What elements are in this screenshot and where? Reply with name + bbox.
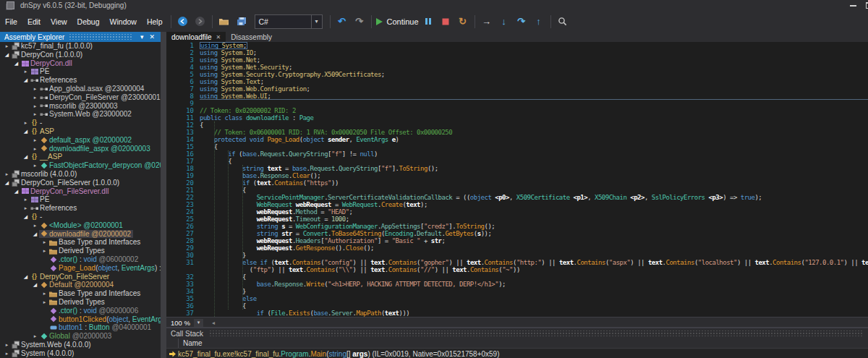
collapse-icon[interactable]: ◢ bbox=[12, 187, 20, 196]
code-line[interactable]: 35 else bbox=[175, 295, 868, 302]
panel-menu-icon[interactable]: ▾ bbox=[137, 32, 147, 42]
tree-item[interactable]: ▸System (4.0.0.0) bbox=[0, 349, 161, 358]
tree-item[interactable]: ▸{}- bbox=[0, 119, 161, 127]
collapse-icon[interactable]: ◢ bbox=[12, 59, 20, 68]
expand-icon[interactable]: ▸ bbox=[31, 136, 39, 145]
tree-item[interactable]: .ctor() : void @06000002 bbox=[0, 255, 161, 264]
expand-icon[interactable]: ▸ bbox=[3, 341, 11, 349]
tree-item[interactable]: ▸<Module> @02000001 bbox=[0, 221, 161, 230]
code-line[interactable]: 30 } bbox=[175, 252, 868, 259]
tree-item[interactable]: ▸downloadfile_aspx @02000003 bbox=[0, 145, 161, 153]
tree-item[interactable]: ▸mscorlib @23000003 bbox=[0, 102, 161, 111]
menu-view[interactable]: View bbox=[46, 11, 72, 32]
expand-icon[interactable]: ▸ bbox=[3, 349, 11, 358]
restart-button[interactable]: ↻ bbox=[455, 14, 471, 30]
code-line[interactable]: 6using System.Text; bbox=[175, 78, 868, 85]
expand-icon[interactable]: ▸ bbox=[31, 145, 39, 153]
code-line[interactable]: 17 { bbox=[175, 158, 868, 165]
expand-icon[interactable]: ▸ bbox=[31, 102, 39, 111]
code-line[interactable]: 16 if (base.Request.QueryString["f"] != … bbox=[175, 150, 868, 158]
expand-icon[interactable]: ▸ bbox=[22, 67, 30, 76]
expand-icon[interactable]: ▸ bbox=[22, 119, 30, 127]
expand-icon[interactable]: ▸ bbox=[3, 42, 11, 51]
expand-icon[interactable]: ▸ bbox=[41, 247, 48, 255]
navigate-forward-button[interactable] bbox=[192, 14, 208, 30]
code-line[interactable]: 37 if (File.Exists(base.Server.MapPath(t… bbox=[175, 310, 868, 317]
menu-help[interactable]: Help bbox=[142, 11, 168, 32]
code-line[interactable]: 33 base.Response.Write("<h1>HERP, HACKIN… bbox=[175, 281, 868, 288]
expand-icon[interactable]: ▸ bbox=[22, 195, 30, 204]
search-button[interactable] bbox=[555, 14, 571, 30]
code-line[interactable]: 3using System.Net; bbox=[175, 56, 868, 64]
expand-icon[interactable]: ▸ bbox=[3, 170, 11, 179]
code-line[interactable]: 20 if (text.Contains("https")) bbox=[175, 179, 868, 187]
code-line[interactable]: 18 string text = base.Request.QueryStrin… bbox=[175, 165, 868, 172]
step-out-button[interactable]: ↑ bbox=[531, 14, 547, 30]
undo-button[interactable]: ↶ bbox=[334, 14, 350, 30]
code-line[interactable]: 22 ServicePointManager.ServerCertificate… bbox=[175, 194, 868, 201]
code-line[interactable]: 10// Token: 0x02000002 RID: 2 bbox=[175, 107, 868, 114]
expand-icon[interactable]: ▸ bbox=[31, 161, 39, 170]
save-all-button[interactable] bbox=[234, 14, 250, 30]
tree-item[interactable]: ▸default_aspx @02000002 bbox=[0, 136, 161, 145]
tree-item[interactable]: ▸Base Type and Interfaces bbox=[0, 289, 161, 298]
code-line[interactable]: 2using System.IO; bbox=[175, 49, 868, 56]
code-line[interactable]: 12{ bbox=[175, 122, 868, 129]
horizontal-scrollbar[interactable]: ◂ bbox=[209, 317, 868, 328]
tab-downloadfile[interactable]: downloadfile✕ bbox=[166, 32, 226, 42]
code-line[interactable]: 9 bbox=[175, 100, 868, 107]
collapse-icon[interactable]: ◢ bbox=[22, 153, 30, 161]
open-button[interactable] bbox=[216, 14, 232, 30]
tree-item[interactable]: ▸Derived Types bbox=[0, 298, 161, 307]
tree-item[interactable]: ▸PE bbox=[0, 195, 161, 204]
tree-item[interactable]: ▸mscorlib (4.0.0.0) bbox=[0, 170, 161, 179]
code-line[interactable]: 29 webRequest.GetResponse().Close(); bbox=[175, 244, 868, 252]
collapse-icon[interactable]: ◢ bbox=[22, 127, 30, 136]
tree-item[interactable]: button1Clicked(object, EventArgs) : void bbox=[0, 315, 161, 324]
tree-item[interactable]: ◢{}ASP bbox=[0, 127, 161, 136]
expand-icon[interactable]: ▸ bbox=[41, 289, 48, 298]
tree-item[interactable]: ▸App_global.asax @23000004 bbox=[0, 85, 161, 93]
tree-item[interactable]: ▸kc57_final_fu (1.0.0.0) bbox=[0, 42, 161, 51]
break-all-button[interactable] bbox=[420, 14, 436, 30]
code-line[interactable]: 14 protected void Page_Load(object sende… bbox=[175, 136, 868, 143]
tree-item[interactable]: ◢{}- bbox=[0, 213, 161, 221]
tree-item[interactable]: ▸Global @02000003 bbox=[0, 332, 161, 341]
tree-item[interactable]: ▸References bbox=[0, 204, 161, 213]
tree-item[interactable]: ▸DerpyCon_FileServer @23000001 bbox=[0, 93, 161, 102]
menu-file[interactable]: File bbox=[0, 11, 22, 32]
expand-icon[interactable]: ▸ bbox=[22, 204, 30, 213]
panel-splitter[interactable] bbox=[161, 32, 166, 358]
code-line[interactable]: 34 } bbox=[175, 288, 868, 295]
call-stack-frame[interactable]: kc57_final_fu.exe!kc57_final_fu.Program.… bbox=[166, 349, 868, 358]
language-selector[interactable]: C#▾ bbox=[255, 14, 323, 29]
code-line[interactable]: 24 webRequest.Method = "HEAD"; bbox=[175, 208, 868, 216]
stop-debugging-button[interactable] bbox=[438, 14, 454, 30]
show-next-statement-button[interactable]: → bbox=[479, 14, 495, 30]
tab-disassembly[interactable]: Disassembly bbox=[226, 32, 277, 42]
collapse-icon[interactable]: ◢ bbox=[22, 273, 30, 281]
collapse-icon[interactable]: ◢ bbox=[22, 76, 30, 85]
expand-icon[interactable]: ▸ bbox=[31, 332, 39, 341]
code-line[interactable]: 27 string str = Convert.ToBase64String(E… bbox=[175, 230, 868, 237]
menu-window[interactable]: Window bbox=[105, 11, 142, 32]
collapse-icon[interactable]: ◢ bbox=[22, 213, 30, 221]
code-editor[interactable]: 1using System;2using System.IO;3using Sy… bbox=[166, 42, 868, 317]
code-line[interactable]: 32 { bbox=[175, 273, 868, 281]
menu-edit[interactable]: Edit bbox=[22, 11, 46, 32]
collapse-icon[interactable]: ◢ bbox=[3, 179, 11, 187]
expand-icon[interactable]: ▸ bbox=[41, 238, 48, 247]
zoom-level[interactable]: 100 % bbox=[166, 319, 194, 327]
tree-item[interactable]: ◢DerpyCon.dll bbox=[0, 59, 161, 68]
tree-item[interactable]: ◢References bbox=[0, 76, 161, 85]
collapse-icon[interactable]: ◢ bbox=[31, 230, 39, 239]
tree-item[interactable]: ◢downloadfile @02000002 bbox=[0, 230, 161, 239]
code-line[interactable]: 23 WebRequest webRequest = WebRequest.Cr… bbox=[175, 201, 868, 208]
code-line[interactable]: 4using System.Net.Security; bbox=[175, 64, 868, 71]
continue-button[interactable]: Continue bbox=[375, 14, 419, 30]
tree-item[interactable]: ◢{}DerpyCon_FileServer bbox=[0, 273, 161, 281]
tree-item[interactable]: ◢DerpyCon (1.0.0.0) bbox=[0, 51, 161, 59]
code-line[interactable]: 1using System; bbox=[175, 42, 868, 49]
step-into-button[interactable]: ↓ bbox=[496, 14, 512, 30]
code-line[interactable]: 19 base.Response.Clear(); bbox=[175, 172, 868, 179]
